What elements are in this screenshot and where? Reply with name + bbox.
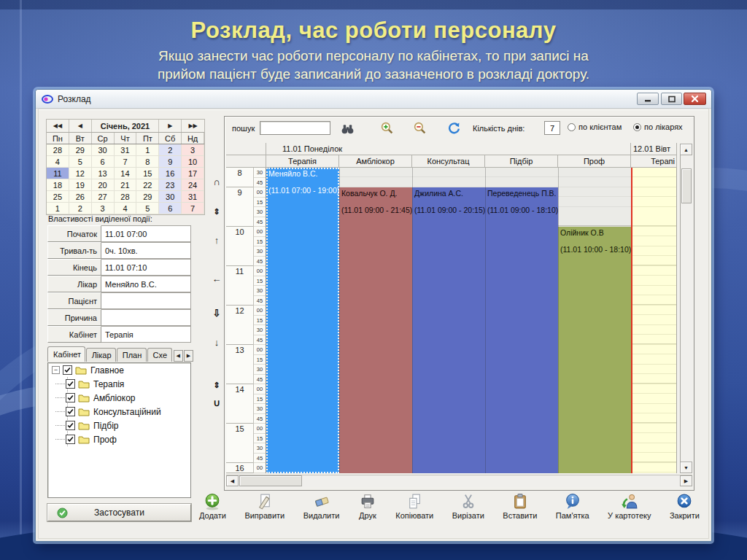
checkbox-checked-icon[interactable] <box>66 435 75 444</box>
calendar-next-month-button[interactable]: ▶ <box>159 120 182 132</box>
day2-grid-column[interactable] <box>632 168 677 473</box>
calendar-day-cell[interactable]: 16 <box>159 168 182 179</box>
column-header-konsultac[interactable]: Консультац <box>412 155 485 168</box>
calendar-day-cell[interactable]: 11 <box>47 168 69 179</box>
left-arrow-icon[interactable]: ← <box>211 274 222 284</box>
calendar-day-cell[interactable]: 13 <box>92 168 115 179</box>
calendar-day-cell[interactable]: 20 <box>92 179 115 191</box>
property-value[interactable]: Меняйло В.С. <box>101 276 191 292</box>
horizontal-scroll-right-icon[interactable]: ▶ <box>680 475 692 486</box>
vertical-resize-icon-2[interactable]: ⇕ <box>211 380 222 390</box>
calendar-day-cell[interactable]: 4 <box>47 156 69 168</box>
tab-skhema[interactable]: Схе <box>147 348 172 362</box>
calendar-day-cell[interactable]: 10 <box>182 156 204 168</box>
calendar-day-cell[interactable]: 29 <box>136 191 159 203</box>
checkbox-checked-icon[interactable] <box>63 365 72 375</box>
binoculars-icon[interactable] <box>341 123 354 134</box>
tab-kabinet[interactable]: Кабінет <box>47 346 85 362</box>
schedule-event[interactable]: Джилина А.С.(11.01 09:00 - 20:15) <box>412 187 485 473</box>
calendar-day-cell[interactable]: 14 <box>115 168 137 179</box>
property-value[interactable]: 11.01 07:10 <box>101 259 191 276</box>
u-shape-icon[interactable]: ∪ <box>211 398 222 408</box>
horizontal-scrollbar-thumb[interactable] <box>239 475 302 486</box>
delete-button[interactable]: Видалити <box>303 492 340 520</box>
search-input[interactable] <box>260 121 330 135</box>
vertical-scrollbar[interactable] <box>680 155 692 473</box>
property-value[interactable]: Терапія <box>101 326 191 343</box>
calendar-day-cell[interactable]: 9 <box>159 156 182 168</box>
schedule-event[interactable]: Переведенець П.В.(11.01 09:00 - 18:10) <box>485 187 558 473</box>
checkbox-checked-icon[interactable] <box>66 393 75 402</box>
calendar-day-cell[interactable]: 1 <box>136 144 159 156</box>
copy-button[interactable]: Копіювати <box>395 492 433 520</box>
calendar-day-cell[interactable]: 4 <box>115 203 137 214</box>
horizontal-scroll-left-icon[interactable]: ◀ <box>226 475 239 486</box>
calendar-day-cell[interactable]: 31 <box>182 191 204 203</box>
tab-likar[interactable]: Лікар <box>86 348 116 362</box>
close-window-button[interactable]: Закрити <box>670 492 700 520</box>
apply-button[interactable]: Застосувати <box>47 504 191 521</box>
calendar-day-cell[interactable]: 15 <box>136 168 159 179</box>
schedule-event[interactable]: Ковальчук О. Д.(11.01 09:00 - 21:45) <box>339 187 412 473</box>
close-button[interactable] <box>684 93 706 105</box>
collapse-icon[interactable]: − <box>52 366 60 374</box>
calendar-day-cell[interactable]: 29 <box>69 144 92 156</box>
calendar-day-cell[interactable]: 6 <box>92 156 115 168</box>
schedule-grid-body[interactable]: 8910111213141516 30450015304500153045001… <box>226 168 689 473</box>
calendar-day-cell[interactable]: 19 <box>69 179 92 191</box>
calendar-prev-month-button[interactable]: ◀ <box>69 120 92 132</box>
calendar-day-cell[interactable]: 30 <box>92 144 115 156</box>
radio-by-doctors[interactable]: по лікарях <box>633 122 683 131</box>
schedule-event[interactable]: Олійник О.В(11.01 10:00 - 18:10) <box>558 227 631 473</box>
property-value[interactable]: 11.01 07:00 <box>101 225 191 242</box>
calendar-day-cell[interactable]: 6 <box>159 203 182 214</box>
down-outline-arrow-icon[interactable]: ⇩ <box>211 308 222 319</box>
calendar-day-cell[interactable]: 12 <box>69 168 92 179</box>
calendar-day-cell[interactable]: 1 <box>47 203 69 214</box>
window-titlebar[interactable]: Розклад <box>36 90 711 109</box>
horizontal-scrollbar[interactable]: ◀ ▶ <box>226 475 692 487</box>
calendar-day-cell[interactable]: 22 <box>136 179 159 191</box>
column-header-prof[interactable]: Проф <box>558 155 631 168</box>
edit-button[interactable]: Виправити <box>244 492 285 520</box>
print-button[interactable]: Друк <box>358 492 377 520</box>
days-count-input[interactable] <box>544 121 560 135</box>
calendar-next-year-button[interactable]: ▶▶ <box>182 120 204 132</box>
arch-icon[interactable]: ∩ <box>211 177 222 187</box>
calendar-day-cell[interactable]: 5 <box>136 203 159 214</box>
calendar-day-cell[interactable]: 2 <box>159 144 182 156</box>
zoom-in-icon[interactable] <box>380 121 394 135</box>
tree-item[interactable]: Підбір <box>48 419 190 432</box>
calendar-day-cell[interactable]: 8 <box>136 156 159 168</box>
tree-root-item[interactable]: − Главное <box>48 363 190 377</box>
add-button[interactable]: Додати <box>199 492 226 520</box>
vertical-scroll-up-icon[interactable]: ▲ <box>680 144 692 155</box>
calendar-day-cell[interactable]: 3 <box>92 203 115 214</box>
paste-button[interactable]: Вставити <box>503 492 537 520</box>
zoom-out-icon[interactable] <box>413 121 427 135</box>
calendar-day-cell[interactable]: 28 <box>47 144 69 156</box>
calendar-day-cell[interactable]: 28 <box>115 191 137 203</box>
tree-item[interactable]: Амбліокор <box>48 391 190 405</box>
calendar-day-cell[interactable]: 30 <box>159 191 182 203</box>
calendar-day-cell[interactable]: 26 <box>69 191 92 203</box>
tree-item[interactable]: Проф <box>48 432 190 446</box>
calendar-day-cell[interactable]: 24 <box>182 179 204 191</box>
vertical-scroll-down-icon[interactable]: ▼ <box>680 462 692 473</box>
property-value[interactable] <box>101 292 191 309</box>
calendar-day-cell[interactable]: 3 <box>182 144 204 156</box>
checkbox-checked-icon[interactable] <box>66 421 75 430</box>
calendar-day-cell[interactable]: 27 <box>92 191 115 203</box>
minimize-button[interactable] <box>637 93 659 105</box>
radio-by-clients[interactable]: по клієнтам <box>568 122 622 131</box>
refresh-icon[interactable] <box>448 122 460 134</box>
calendar-prev-year-button[interactable]: ◀◀ <box>47 120 69 132</box>
tabs-scroll-right-icon[interactable]: ▶ <box>184 350 193 362</box>
calendar-day-cell[interactable]: 25 <box>47 191 69 203</box>
property-value[interactable] <box>101 309 191 326</box>
vertical-resize-icon[interactable]: ⇕ <box>211 206 222 217</box>
property-value[interactable]: 0ч. 10хв. <box>101 242 191 259</box>
column-header-terapiya[interactable]: Терапія <box>266 155 339 168</box>
checkbox-checked-icon[interactable] <box>66 407 75 416</box>
calendar-day-cell[interactable]: 7 <box>182 203 204 214</box>
